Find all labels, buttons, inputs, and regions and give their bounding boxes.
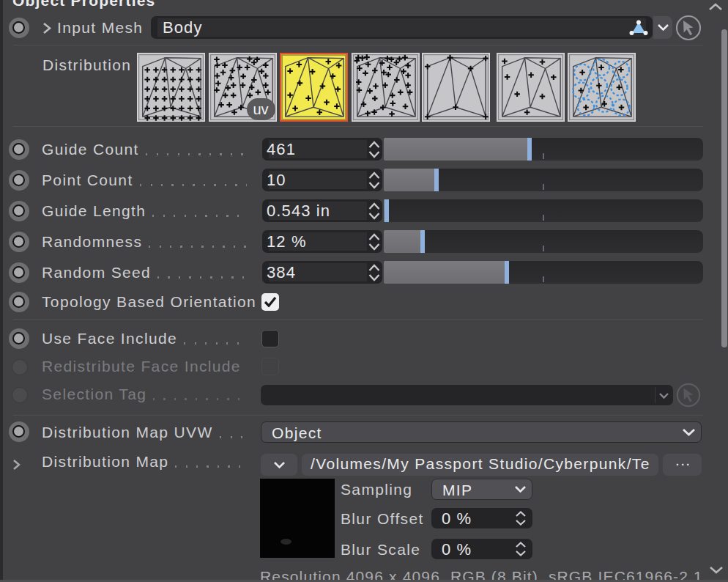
- svg-text:uv: uv: [253, 101, 268, 117]
